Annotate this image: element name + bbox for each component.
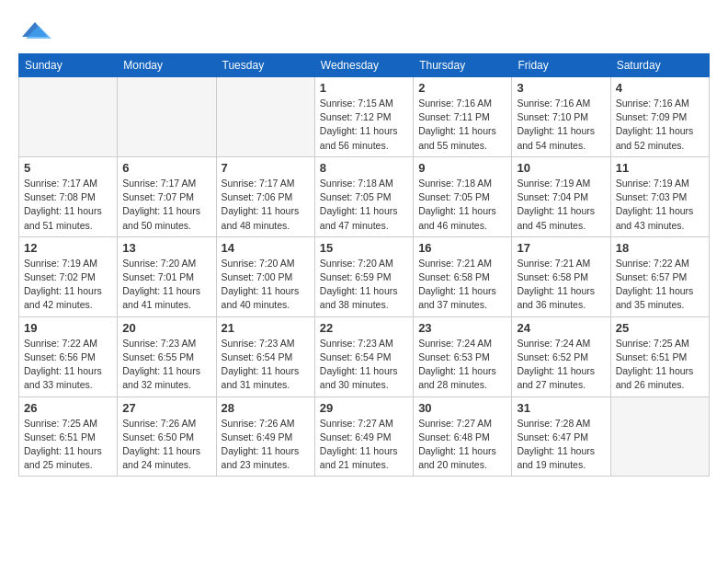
- day-info: Sunrise: 7:23 AMSunset: 6:54 PMDaylight:…: [320, 337, 408, 393]
- day-info: Sunrise: 7:17 AMSunset: 7:08 PMDaylight:…: [24, 177, 112, 233]
- calendar-week-row: 1Sunrise: 7:15 AMSunset: 7:12 PMDaylight…: [19, 77, 710, 157]
- day-info: Sunrise: 7:16 AMSunset: 7:10 PMDaylight:…: [517, 97, 605, 153]
- calendar-cell: 2Sunrise: 7:16 AMSunset: 7:11 PMDaylight…: [414, 77, 512, 157]
- day-number: 27: [122, 401, 210, 415]
- calendar-cell: 4Sunrise: 7:16 AMSunset: 7:09 PMDaylight…: [610, 77, 709, 157]
- day-number: 18: [616, 241, 704, 255]
- day-info: Sunrise: 7:22 AMSunset: 6:56 PMDaylight:…: [24, 337, 112, 393]
- day-number: 20: [122, 321, 210, 335]
- day-number: 28: [222, 401, 310, 415]
- calendar-cell: 17Sunrise: 7:21 AMSunset: 6:58 PMDayligh…: [512, 236, 610, 316]
- logo-icon: [18, 18, 51, 44]
- calendar-cell: 23Sunrise: 7:24 AMSunset: 6:53 PMDayligh…: [414, 316, 512, 396]
- calendar-cell: 12Sunrise: 7:19 AMSunset: 7:02 PMDayligh…: [19, 236, 118, 316]
- day-number: 3: [517, 81, 605, 95]
- calendar-cell: 21Sunrise: 7:23 AMSunset: 6:54 PMDayligh…: [216, 316, 314, 396]
- day-number: 4: [616, 81, 704, 95]
- day-number: 21: [222, 321, 310, 335]
- calendar-cell: 11Sunrise: 7:19 AMSunset: 7:03 PMDayligh…: [610, 156, 709, 236]
- day-number: 26: [24, 401, 112, 415]
- day-info: Sunrise: 7:27 AMSunset: 6:48 PMDaylight:…: [418, 417, 506, 473]
- day-number: 11: [616, 161, 704, 175]
- day-number: 12: [24, 241, 112, 255]
- day-info: Sunrise: 7:26 AMSunset: 6:50 PMDaylight:…: [122, 417, 210, 473]
- calendar-cell: [610, 396, 709, 477]
- day-number: 25: [616, 321, 704, 335]
- day-info: Sunrise: 7:20 AMSunset: 6:59 PMDaylight:…: [320, 257, 408, 313]
- calendar-cell: 24Sunrise: 7:24 AMSunset: 6:52 PMDayligh…: [512, 316, 610, 396]
- day-number: 23: [418, 321, 506, 335]
- day-number: 9: [418, 161, 506, 175]
- day-number: 16: [418, 241, 506, 255]
- day-header-thursday: Thursday: [414, 54, 512, 77]
- calendar-cell: 20Sunrise: 7:23 AMSunset: 6:55 PMDayligh…: [118, 316, 216, 396]
- calendar-cell: 14Sunrise: 7:20 AMSunset: 7:00 PMDayligh…: [216, 236, 314, 316]
- calendar-week-row: 5Sunrise: 7:17 AMSunset: 7:08 PMDaylight…: [19, 156, 710, 236]
- day-number: 29: [320, 401, 408, 415]
- calendar-cell: 30Sunrise: 7:27 AMSunset: 6:48 PMDayligh…: [414, 396, 512, 477]
- day-info: Sunrise: 7:26 AMSunset: 6:49 PMDaylight:…: [222, 417, 310, 473]
- day-number: 1: [320, 81, 408, 95]
- calendar-cell: 31Sunrise: 7:28 AMSunset: 6:47 PMDayligh…: [512, 396, 610, 477]
- day-number: 2: [418, 81, 506, 95]
- calendar-cell: 19Sunrise: 7:22 AMSunset: 6:56 PMDayligh…: [19, 316, 118, 396]
- calendar-cell: 13Sunrise: 7:20 AMSunset: 7:01 PMDayligh…: [118, 236, 216, 316]
- day-info: Sunrise: 7:21 AMSunset: 6:58 PMDaylight:…: [517, 257, 605, 313]
- day-info: Sunrise: 7:22 AMSunset: 6:57 PMDaylight:…: [616, 257, 704, 313]
- calendar-cell: 6Sunrise: 7:17 AMSunset: 7:07 PMDaylight…: [118, 156, 216, 236]
- calendar-cell: 28Sunrise: 7:26 AMSunset: 6:49 PMDayligh…: [216, 396, 314, 477]
- day-info: Sunrise: 7:20 AMSunset: 7:00 PMDaylight:…: [222, 257, 310, 313]
- day-info: Sunrise: 7:15 AMSunset: 7:12 PMDaylight:…: [320, 97, 408, 153]
- calendar-week-row: 26Sunrise: 7:25 AMSunset: 6:51 PMDayligh…: [19, 396, 710, 477]
- day-info: Sunrise: 7:24 AMSunset: 6:52 PMDaylight:…: [517, 337, 605, 393]
- day-info: Sunrise: 7:16 AMSunset: 7:09 PMDaylight:…: [616, 97, 704, 153]
- day-number: 24: [517, 321, 605, 335]
- calendar-header-row: SundayMondayTuesdayWednesdayThursdayFrid…: [19, 54, 710, 77]
- calendar-cell: 1Sunrise: 7:15 AMSunset: 7:12 PMDaylight…: [314, 77, 413, 157]
- day-info: Sunrise: 7:18 AMSunset: 7:05 PMDaylight:…: [418, 177, 506, 233]
- day-header-saturday: Saturday: [610, 54, 709, 77]
- day-number: 31: [517, 401, 605, 415]
- day-number: 22: [320, 321, 408, 335]
- calendar-cell: 27Sunrise: 7:26 AMSunset: 6:50 PMDayligh…: [118, 396, 216, 477]
- day-info: Sunrise: 7:17 AMSunset: 7:07 PMDaylight:…: [122, 177, 210, 233]
- logo: [18, 18, 55, 44]
- day-number: 6: [122, 161, 210, 175]
- day-info: Sunrise: 7:25 AMSunset: 6:51 PMDaylight:…: [24, 417, 112, 473]
- day-number: 19: [24, 321, 112, 335]
- day-info: Sunrise: 7:25 AMSunset: 6:51 PMDaylight:…: [616, 337, 704, 393]
- day-number: 7: [222, 161, 310, 175]
- day-number: 15: [320, 241, 408, 255]
- calendar-cell: 29Sunrise: 7:27 AMSunset: 6:49 PMDayligh…: [314, 396, 413, 477]
- day-number: 8: [320, 161, 408, 175]
- day-number: 10: [517, 161, 605, 175]
- calendar-cell: 3Sunrise: 7:16 AMSunset: 7:10 PMDaylight…: [512, 77, 610, 157]
- calendar-cell: 9Sunrise: 7:18 AMSunset: 7:05 PMDaylight…: [414, 156, 512, 236]
- day-number: 17: [517, 241, 605, 255]
- day-header-friday: Friday: [512, 54, 610, 77]
- calendar-cell: 7Sunrise: 7:17 AMSunset: 7:06 PMDaylight…: [216, 156, 314, 236]
- calendar-cell: 16Sunrise: 7:21 AMSunset: 6:58 PMDayligh…: [414, 236, 512, 316]
- calendar-cell: 25Sunrise: 7:25 AMSunset: 6:51 PMDayligh…: [610, 316, 709, 396]
- day-info: Sunrise: 7:19 AMSunset: 7:02 PMDaylight:…: [24, 257, 112, 313]
- day-info: Sunrise: 7:18 AMSunset: 7:05 PMDaylight:…: [320, 177, 408, 233]
- calendar-cell: [19, 77, 118, 157]
- day-header-sunday: Sunday: [19, 54, 118, 77]
- calendar-cell: [118, 77, 216, 157]
- day-info: Sunrise: 7:16 AMSunset: 7:11 PMDaylight:…: [418, 97, 506, 153]
- calendar-cell: 22Sunrise: 7:23 AMSunset: 6:54 PMDayligh…: [314, 316, 413, 396]
- day-number: 5: [24, 161, 112, 175]
- day-number: 14: [222, 241, 310, 255]
- day-info: Sunrise: 7:23 AMSunset: 6:54 PMDaylight:…: [222, 337, 310, 393]
- day-header-monday: Monday: [118, 54, 216, 77]
- day-info: Sunrise: 7:19 AMSunset: 7:03 PMDaylight:…: [616, 177, 704, 233]
- day-info: Sunrise: 7:27 AMSunset: 6:49 PMDaylight:…: [320, 417, 408, 473]
- calendar-cell: 15Sunrise: 7:20 AMSunset: 6:59 PMDayligh…: [314, 236, 413, 316]
- day-header-tuesday: Tuesday: [216, 54, 314, 77]
- day-header-wednesday: Wednesday: [314, 54, 413, 77]
- calendar-week-row: 19Sunrise: 7:22 AMSunset: 6:56 PMDayligh…: [19, 316, 710, 396]
- calendar-cell: 8Sunrise: 7:18 AMSunset: 7:05 PMDaylight…: [314, 156, 413, 236]
- day-info: Sunrise: 7:28 AMSunset: 6:47 PMDaylight:…: [517, 417, 605, 473]
- day-number: 30: [418, 401, 506, 415]
- calendar-cell: 26Sunrise: 7:25 AMSunset: 6:51 PMDayligh…: [19, 396, 118, 477]
